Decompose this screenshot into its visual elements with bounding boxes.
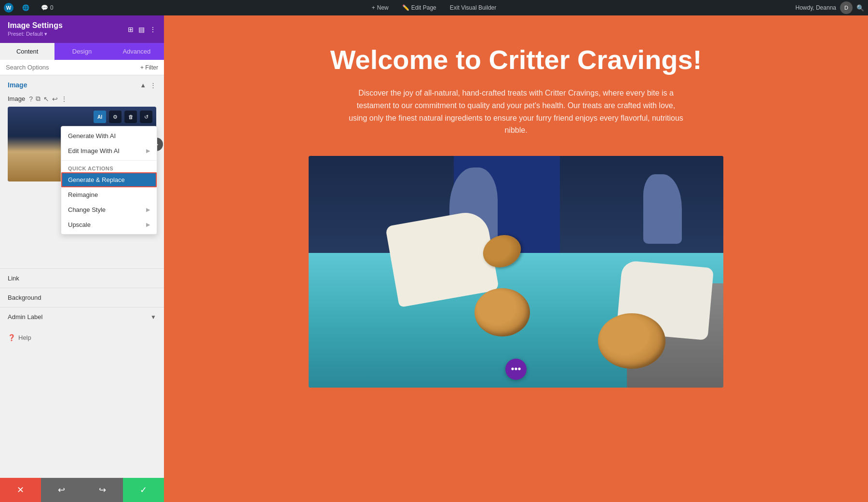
expand-icon[interactable]: ⊞ [128, 26, 134, 33]
ai-toolbar-button[interactable]: AI [94, 111, 106, 123]
panel-title: Image Settings [8, 21, 63, 30]
panel-header: Image Settings Preset: Default ▾ ⊞ ▤ ⋮ [0, 15, 164, 43]
image-toolbar: AI ⚙ 🗑 ↺ [94, 111, 152, 123]
undo-button[interactable]: ↩ [41, 478, 82, 502]
background-label: Background [8, 294, 41, 301]
generate-with-ai-item[interactable]: Generate With AI [61, 128, 157, 143]
panel-header-left: Image Settings Preset: Default ▾ [8, 21, 63, 37]
image-section-header: Image ▲ ⋮ [0, 75, 164, 93]
arrow-icon-upscale: ▶ [146, 222, 150, 228]
background-section[interactable]: Background [0, 288, 164, 307]
link-label: Link [8, 275, 19, 282]
search-icon[interactable]: 🔍 [856, 4, 864, 12]
help-circle-icon: ❓ [8, 334, 15, 341]
chevron-down-icon: ▼ [150, 314, 156, 321]
fab-dots-icon: ••• [511, 363, 521, 375]
panel-preset[interactable]: Preset: Default ▾ [8, 31, 63, 37]
section-title: Image [8, 81, 27, 89]
section-icons: ▲ ⋮ [140, 82, 156, 89]
dropdown-divider [61, 160, 157, 161]
page-content: Welcome to Critter Cravings! Discover th… [299, 15, 733, 407]
image-label-row: Image ? ⧉ ↖ ↩ ⋮ [0, 93, 164, 107]
admin-bar-center: + New ✏️ Edit Page Exit Visual Builder [369, 3, 500, 12]
comments-link[interactable]: 💬 0 [38, 3, 56, 12]
collapse-icon[interactable]: ▲ [140, 82, 146, 89]
howdy-text: Howdy, Deanna [796, 4, 837, 11]
fab-button[interactable]: ••• [505, 359, 527, 380]
content-area: Welcome to Critter Cravings! Discover th… [164, 15, 868, 502]
page-description: Discover the joy of all-natural, hand-cr… [347, 87, 685, 136]
generate-replace-item[interactable]: Generate & Replace [61, 172, 157, 187]
image-label: Image [8, 95, 25, 102]
plus-icon: + [372, 4, 375, 11]
image-icon-row: ? ⧉ ↖ ↩ ⋮ [29, 95, 68, 103]
filter-button[interactable]: + Filter [140, 64, 158, 71]
section-more-icon[interactable]: ⋮ [150, 82, 156, 89]
change-style-item[interactable]: Change Style ▶ [61, 202, 157, 217]
tab-advanced[interactable]: Advanced [109, 43, 164, 60]
admin-bar-right: Howdy, Deanna D 🔍 [796, 1, 865, 14]
redo-button[interactable]: ↪ [82, 478, 123, 502]
tabs: Content Design Advanced [0, 43, 164, 60]
admin-label-section[interactable]: Admin Label ▼ [0, 307, 164, 326]
save-button[interactable]: ✓ [123, 478, 164, 502]
avatar[interactable]: D [840, 1, 853, 14]
refresh-toolbar-button[interactable]: ↺ [140, 111, 152, 123]
hero-image [309, 156, 723, 388]
image-preview-area: AI ⚙ 🗑 ↺ Generate With AI Edit Image Wit… [8, 107, 156, 181]
help-section: ❓ Help [0, 326, 164, 349]
upscale-item[interactable]: Upscale ▶ [61, 217, 157, 232]
arrow-icon-style: ▶ [146, 207, 150, 213]
cookie-right [598, 313, 665, 369]
quick-actions-label: Quick Actions [61, 163, 157, 172]
hero-image-container: ••• [309, 156, 723, 388]
left-panel: Image Settings Preset: Default ▾ ⊞ ▤ ⋮ C… [0, 15, 164, 502]
more-icon-image[interactable]: ⋮ [61, 95, 68, 103]
copy-icon[interactable]: ⧉ [36, 95, 41, 103]
search-bar: + Filter [0, 60, 164, 75]
panel-content: + Filter Image ▲ ⋮ Image ? ⧉ ↖ ↩ ⋮ [0, 60, 164, 478]
person-arm-right [643, 174, 682, 244]
help-button[interactable]: ❓ Help [8, 334, 31, 341]
main-layout: Image Settings Preset: Default ▾ ⊞ ▤ ⋮ C… [0, 15, 868, 502]
new-button[interactable]: + New [369, 3, 392, 12]
more-icon[interactable]: ⋮ [149, 26, 156, 33]
edit-image-with-ai-item[interactable]: Edit Image With AI ▶ [61, 143, 157, 158]
admin-label-text: Admin Label [8, 313, 42, 321]
comment-count: 0 [50, 4, 54, 11]
wordpress-logo[interactable]: W [4, 3, 14, 13]
cancel-button[interactable]: ✕ [0, 478, 41, 502]
tab-design[interactable]: Design [54, 43, 109, 60]
cursor-icon[interactable]: ↖ [43, 95, 49, 103]
comment-icon: 💬 [41, 4, 48, 11]
columns-icon[interactable]: ▤ [138, 26, 145, 33]
reimagine-item[interactable]: Reimagine [61, 187, 157, 202]
pencil-icon: ✏️ [402, 4, 409, 11]
undo-icon-image[interactable]: ↩ [52, 95, 58, 103]
bottom-bar: ✕ ↩ ↪ ✓ [0, 478, 164, 502]
site-icon[interactable]: 🌐 [19, 3, 32, 12]
cookie-center [475, 288, 530, 336]
collapsible-sections: Link Background Admin Label ▼ [0, 268, 164, 326]
admin-bar: W 🌐 💬 0 + New ✏️ Edit Page Exit Visual B… [0, 0, 868, 15]
admin-bar-left: W 🌐 💬 0 [4, 3, 56, 13]
dropdown-menu: Generate With AI Edit Image With AI ▶ Qu… [61, 126, 157, 235]
trash-toolbar-button[interactable]: 🗑 [124, 111, 137, 123]
search-input[interactable] [6, 64, 136, 71]
exit-builder-button[interactable]: Exit Visual Builder [447, 3, 500, 12]
panel-header-icons: ⊞ ▤ ⋮ [128, 26, 156, 33]
help-icon-image[interactable]: ? [29, 95, 33, 103]
settings-toolbar-button[interactable]: ⚙ [109, 111, 122, 123]
page-title: Welcome to Critter Cravings! [330, 44, 702, 75]
edit-page-button[interactable]: ✏️ Edit Page [399, 3, 439, 12]
arrow-icon-edit: ▶ [146, 148, 150, 154]
tab-content[interactable]: Content [0, 43, 54, 60]
glove-left [385, 209, 499, 307]
link-section[interactable]: Link [0, 268, 164, 288]
